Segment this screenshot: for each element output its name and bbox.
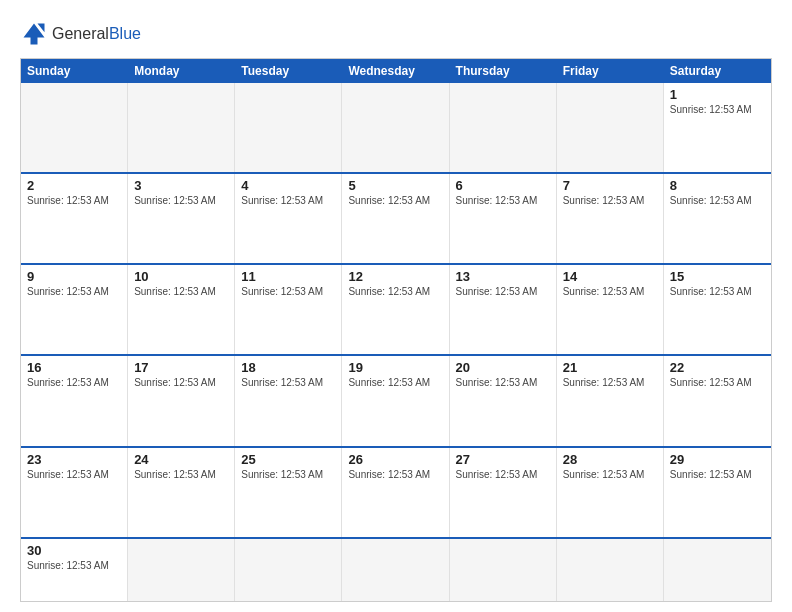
day-number: 4 xyxy=(241,178,335,193)
day-header-tuesday: Tuesday xyxy=(235,59,342,83)
day-cell: 3Sunrise: 12:53 AM xyxy=(128,174,235,263)
day-headers: SundayMondayTuesdayWednesdayThursdayFrid… xyxy=(21,59,771,83)
sunrise-info: Sunrise: 12:53 AM xyxy=(563,195,657,206)
day-cell: 27Sunrise: 12:53 AM xyxy=(450,448,557,537)
day-cell: 9Sunrise: 12:53 AM xyxy=(21,265,128,354)
day-cell: 19Sunrise: 12:53 AM xyxy=(342,356,449,445)
page: GeneralBlue SundayMondayTuesdayWednesday… xyxy=(0,0,792,612)
day-cell: 17Sunrise: 12:53 AM xyxy=(128,356,235,445)
day-number: 27 xyxy=(456,452,550,467)
day-number: 6 xyxy=(456,178,550,193)
sunrise-info: Sunrise: 12:53 AM xyxy=(348,469,442,480)
day-number: 18 xyxy=(241,360,335,375)
day-header-sunday: Sunday xyxy=(21,59,128,83)
sunrise-info: Sunrise: 12:53 AM xyxy=(241,286,335,297)
day-number: 17 xyxy=(134,360,228,375)
day-header-saturday: Saturday xyxy=(664,59,771,83)
day-cell xyxy=(557,83,664,172)
day-number: 12 xyxy=(348,269,442,284)
day-cell: 10Sunrise: 12:53 AM xyxy=(128,265,235,354)
day-number: 2 xyxy=(27,178,121,193)
sunrise-info: Sunrise: 12:53 AM xyxy=(27,377,121,388)
sunrise-info: Sunrise: 12:53 AM xyxy=(563,286,657,297)
sunrise-info: Sunrise: 12:53 AM xyxy=(348,195,442,206)
day-cell: 25Sunrise: 12:53 AM xyxy=(235,448,342,537)
week-row-3: 9Sunrise: 12:53 AM10Sunrise: 12:53 AM11S… xyxy=(21,263,771,354)
logo: GeneralBlue xyxy=(20,20,141,48)
sunrise-info: Sunrise: 12:53 AM xyxy=(348,286,442,297)
day-cell: 26Sunrise: 12:53 AM xyxy=(342,448,449,537)
day-cell: 6Sunrise: 12:53 AM xyxy=(450,174,557,263)
day-number: 26 xyxy=(348,452,442,467)
day-cell xyxy=(450,539,557,601)
day-cell: 15Sunrise: 12:53 AM xyxy=(664,265,771,354)
day-header-friday: Friday xyxy=(557,59,664,83)
logo-icon xyxy=(20,20,48,48)
day-cell xyxy=(128,83,235,172)
sunrise-info: Sunrise: 12:53 AM xyxy=(27,469,121,480)
day-cell xyxy=(235,83,342,172)
sunrise-info: Sunrise: 12:53 AM xyxy=(348,377,442,388)
sunrise-info: Sunrise: 12:53 AM xyxy=(456,195,550,206)
day-cell: 2Sunrise: 12:53 AM xyxy=(21,174,128,263)
day-cell: 22Sunrise: 12:53 AM xyxy=(664,356,771,445)
day-cell: 29Sunrise: 12:53 AM xyxy=(664,448,771,537)
day-cell: 7Sunrise: 12:53 AM xyxy=(557,174,664,263)
day-number: 5 xyxy=(348,178,442,193)
sunrise-info: Sunrise: 12:53 AM xyxy=(670,195,765,206)
sunrise-info: Sunrise: 12:53 AM xyxy=(456,286,550,297)
day-number: 30 xyxy=(27,543,121,558)
header: GeneralBlue xyxy=(20,20,772,48)
day-number: 23 xyxy=(27,452,121,467)
sunrise-info: Sunrise: 12:53 AM xyxy=(670,104,765,115)
day-cell xyxy=(557,539,664,601)
day-cell: 5Sunrise: 12:53 AM xyxy=(342,174,449,263)
day-number: 11 xyxy=(241,269,335,284)
day-cell: 28Sunrise: 12:53 AM xyxy=(557,448,664,537)
day-number: 9 xyxy=(27,269,121,284)
day-cell: 11Sunrise: 12:53 AM xyxy=(235,265,342,354)
day-header-thursday: Thursday xyxy=(450,59,557,83)
sunrise-info: Sunrise: 12:53 AM xyxy=(134,377,228,388)
day-number: 25 xyxy=(241,452,335,467)
week-row-2: 2Sunrise: 12:53 AM3Sunrise: 12:53 AM4Sun… xyxy=(21,172,771,263)
sunrise-info: Sunrise: 12:53 AM xyxy=(134,469,228,480)
day-cell xyxy=(128,539,235,601)
day-number: 7 xyxy=(563,178,657,193)
sunrise-info: Sunrise: 12:53 AM xyxy=(27,195,121,206)
day-cell: 21Sunrise: 12:53 AM xyxy=(557,356,664,445)
day-cell xyxy=(664,539,771,601)
calendar: SundayMondayTuesdayWednesdayThursdayFrid… xyxy=(20,58,772,602)
day-cell: 16Sunrise: 12:53 AM xyxy=(21,356,128,445)
sunrise-info: Sunrise: 12:53 AM xyxy=(456,469,550,480)
sunrise-info: Sunrise: 12:53 AM xyxy=(134,195,228,206)
day-cell: 14Sunrise: 12:53 AM xyxy=(557,265,664,354)
sunrise-info: Sunrise: 12:53 AM xyxy=(241,195,335,206)
sunrise-info: Sunrise: 12:53 AM xyxy=(563,377,657,388)
sunrise-info: Sunrise: 12:53 AM xyxy=(670,377,765,388)
day-cell xyxy=(450,83,557,172)
day-cell: 24Sunrise: 12:53 AM xyxy=(128,448,235,537)
week-row-5: 23Sunrise: 12:53 AM24Sunrise: 12:53 AM25… xyxy=(21,446,771,537)
sunrise-info: Sunrise: 12:53 AM xyxy=(241,377,335,388)
day-number: 8 xyxy=(670,178,765,193)
logo-text: GeneralBlue xyxy=(52,25,141,43)
day-number: 28 xyxy=(563,452,657,467)
day-cell: 30Sunrise: 12:53 AM xyxy=(21,539,128,601)
day-cell: 1Sunrise: 12:53 AM xyxy=(664,83,771,172)
sunrise-info: Sunrise: 12:53 AM xyxy=(27,286,121,297)
day-number: 21 xyxy=(563,360,657,375)
day-cell: 23Sunrise: 12:53 AM xyxy=(21,448,128,537)
day-cell: 18Sunrise: 12:53 AM xyxy=(235,356,342,445)
day-header-wednesday: Wednesday xyxy=(342,59,449,83)
sunrise-info: Sunrise: 12:53 AM xyxy=(456,377,550,388)
day-number: 16 xyxy=(27,360,121,375)
day-cell: 12Sunrise: 12:53 AM xyxy=(342,265,449,354)
sunrise-info: Sunrise: 12:53 AM xyxy=(670,469,765,480)
day-cell: 8Sunrise: 12:53 AM xyxy=(664,174,771,263)
day-cell xyxy=(21,83,128,172)
day-number: 19 xyxy=(348,360,442,375)
sunrise-info: Sunrise: 12:53 AM xyxy=(134,286,228,297)
day-cell xyxy=(342,83,449,172)
sunrise-info: Sunrise: 12:53 AM xyxy=(670,286,765,297)
